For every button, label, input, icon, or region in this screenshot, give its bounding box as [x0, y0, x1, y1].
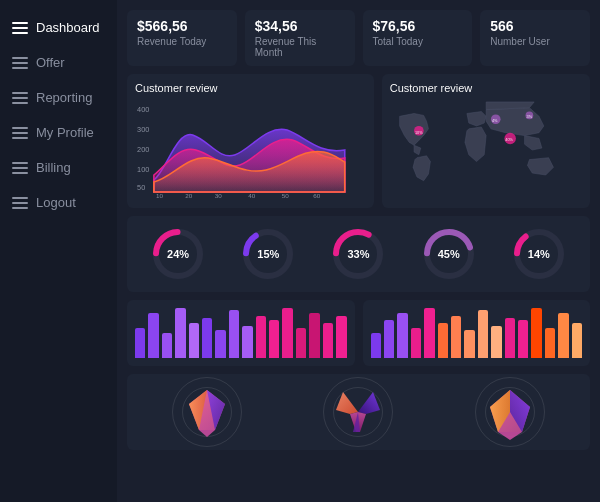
area-chart-title: Customer review — [135, 82, 366, 94]
bar-charts-row — [127, 300, 590, 366]
stat-label-1: Revenue This Month — [255, 36, 345, 58]
shape-1 — [167, 382, 247, 442]
bar-item — [296, 328, 306, 358]
stat-label-2: Total Today — [373, 36, 463, 47]
bar-item — [572, 323, 582, 358]
donut-item-4: 14% — [511, 226, 567, 282]
bar-item — [464, 330, 474, 358]
svg-text:50: 50 — [282, 192, 290, 199]
donut-item-0: 24% — [150, 226, 206, 282]
bar-item — [215, 330, 225, 358]
bar-item — [242, 326, 252, 358]
svg-marker-40 — [498, 432, 522, 440]
charts-row: Customer review 400 300 200 100 50 10 20… — [127, 74, 590, 208]
sidebar-label-dashboard: Dashboard — [36, 20, 100, 35]
donut-row: 24% 15% 33% 45% 14% — [127, 216, 590, 292]
donut-item-1: 15% — [240, 226, 296, 282]
bar-item — [189, 323, 199, 358]
bar-item — [269, 320, 279, 358]
area-chart: 400 300 200 100 50 10 20 30 40 50 60 — [135, 100, 366, 200]
bar-item — [162, 333, 172, 358]
stat-card-3: 566 Number User — [480, 10, 590, 66]
menu-icon — [12, 22, 28, 34]
sidebar-item-offer[interactable]: Offer — [0, 45, 117, 80]
bar-item — [135, 328, 145, 358]
sidebar-label-reporting: Reporting — [36, 90, 92, 105]
svg-marker-32 — [199, 430, 215, 437]
sidebar-item-billing[interactable]: Billing — [0, 150, 117, 185]
svg-text:3%: 3% — [526, 115, 532, 119]
stat-value-1: $34,56 — [255, 18, 345, 34]
donut-label-0: 24% — [167, 248, 189, 260]
bar-item — [384, 320, 394, 358]
stat-label-0: Revenue Today — [137, 36, 227, 47]
sidebar-label-logout: Logout — [36, 195, 76, 210]
map-card: Customer review — [382, 74, 590, 208]
menu-icon — [12, 127, 28, 139]
sidebar-item-reporting[interactable]: Reporting — [0, 80, 117, 115]
main-content: $566,56 Revenue Today $34,56 Revenue Thi… — [117, 0, 600, 502]
sidebar-item-logout[interactable]: Logout — [0, 185, 117, 220]
menu-icon — [12, 57, 28, 69]
donut-label-3: 45% — [438, 248, 460, 260]
stat-value-2: $76,56 — [373, 18, 463, 34]
stat-value-0: $566,56 — [137, 18, 227, 34]
svg-marker-34 — [358, 392, 380, 414]
stat-value-3: 566 — [490, 18, 580, 34]
bar-item — [531, 308, 541, 358]
bar-item — [518, 320, 528, 358]
sidebar: Dashboard Offer Reporting My Profile Bil… — [0, 0, 117, 502]
svg-text:10%: 10% — [415, 131, 423, 135]
bars-left — [135, 308, 347, 358]
shape-3 — [470, 382, 550, 442]
donut-label-4: 14% — [528, 248, 550, 260]
svg-text:300: 300 — [137, 126, 149, 134]
svg-text:400: 400 — [137, 106, 149, 114]
world-map: 10% 4% 40% 3% — [390, 100, 582, 200]
stat-card-1: $34,56 Revenue This Month — [245, 10, 355, 66]
shape-2 — [318, 382, 398, 442]
bar-item — [229, 310, 239, 358]
map-chart-title: Customer review — [390, 82, 582, 94]
bar-item — [545, 328, 555, 358]
bar-item — [309, 313, 319, 358]
bar-item — [438, 323, 448, 358]
donut-item-2: 33% — [330, 226, 386, 282]
shapes-row — [127, 374, 590, 450]
svg-text:4%: 4% — [492, 119, 498, 123]
sidebar-item-myprofile[interactable]: My Profile — [0, 115, 117, 150]
bar-item — [323, 323, 333, 358]
stats-row: $566,56 Revenue Today $34,56 Revenue Thi… — [127, 10, 590, 66]
bar-item — [256, 316, 266, 358]
stat-card-2: $76,56 Total Today — [363, 10, 473, 66]
bar-item — [336, 316, 346, 358]
bar-chart-left — [127, 300, 355, 366]
svg-text:30: 30 — [215, 192, 223, 199]
sidebar-item-dashboard[interactable]: Dashboard — [0, 10, 117, 45]
svg-marker-33 — [336, 392, 358, 414]
menu-icon — [12, 197, 28, 209]
bar-item — [371, 333, 381, 358]
bar-item — [558, 313, 568, 358]
sidebar-label-billing: Billing — [36, 160, 71, 175]
bar-item — [451, 316, 461, 358]
svg-text:100: 100 — [137, 166, 149, 174]
bar-item — [397, 313, 407, 358]
donut-label-1: 15% — [257, 248, 279, 260]
bar-item — [202, 318, 212, 358]
svg-text:50: 50 — [137, 184, 145, 192]
stat-card-0: $566,56 Revenue Today — [127, 10, 237, 66]
sidebar-label-offer: Offer — [36, 55, 65, 70]
bar-item — [148, 313, 158, 358]
bar-item — [491, 326, 501, 358]
stat-label-3: Number User — [490, 36, 580, 47]
svg-text:200: 200 — [137, 146, 149, 154]
menu-icon — [12, 162, 28, 174]
bars-right — [371, 308, 583, 358]
bar-item — [175, 308, 185, 358]
bar-item — [282, 308, 292, 358]
bar-item — [505, 318, 515, 358]
bar-item — [424, 308, 434, 358]
svg-text:40: 40 — [248, 192, 256, 199]
donut-item-3: 45% — [421, 226, 477, 282]
